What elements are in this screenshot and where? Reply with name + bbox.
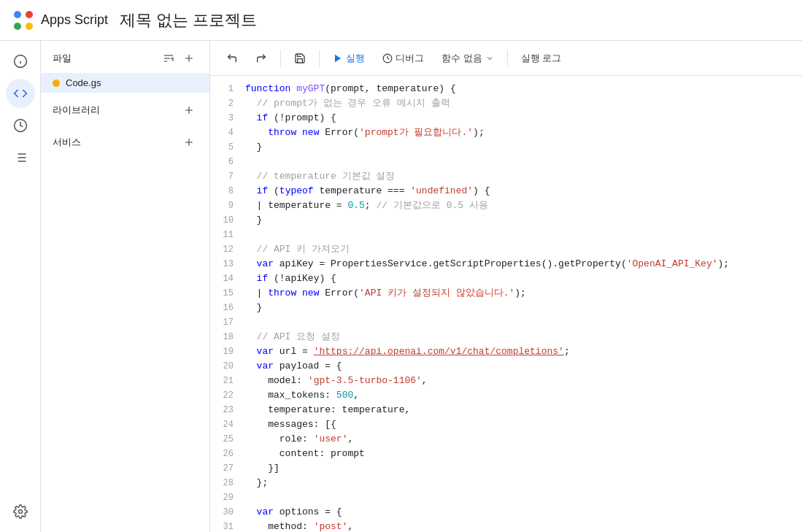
line-number: 21 <box>210 374 245 388</box>
library-section-header: 라이브러리 <box>41 93 209 125</box>
token: } <box>245 302 262 313</box>
sidebar-item-executions[interactable] <box>6 143 35 172</box>
code-line: 18 // API 요청 설정 <box>210 330 802 344</box>
token: // prompt가 없는 경우 오류 메시지 출력 <box>245 98 450 109</box>
function-label: 함수 없음 <box>442 52 482 65</box>
code-line: 7 // temperature 기본값 설정 <box>210 169 802 184</box>
add-file-button[interactable] <box>180 50 198 67</box>
debug-button[interactable]: 디버그 <box>375 47 431 69</box>
line-content: throw new Error('prompt가 필요합니다.'); <box>245 126 802 140</box>
token: | <box>245 288 268 298</box>
icon-bar <box>0 41 41 532</box>
debug-label: 디버그 <box>396 52 424 65</box>
token: temperature === <box>314 185 411 196</box>
token: temperature: temperature, <box>245 404 410 415</box>
line-number: 2 <box>210 96 245 111</box>
token: (!prompt) { <box>268 112 336 123</box>
app-name-label: Apps Script <box>41 12 108 28</box>
svg-point-2 <box>14 23 21 30</box>
token: } <box>245 142 262 153</box>
token: var <box>257 258 274 269</box>
line-content: model: 'gpt-3.5-turbo-1106', <box>245 374 802 388</box>
token: if <box>257 273 269 284</box>
code-line: 23 temperature: temperature, <box>210 403 802 417</box>
token: throw <box>268 127 302 138</box>
line-content: // temperature 기본값 설정 <box>245 169 802 184</box>
code-line: 16 } <box>210 301 802 315</box>
run-button[interactable]: 실행 <box>325 47 372 69</box>
token: ); <box>473 127 485 138</box>
code-line: 17 <box>210 315 802 330</box>
sidebar-item-info[interactable] <box>6 47 35 76</box>
line-number: 20 <box>210 359 245 374</box>
code-line: 24 messages: [{ <box>210 417 802 432</box>
function-selector[interactable]: 함수 없음 <box>434 47 501 69</box>
toolbar-divider-1 <box>280 50 281 67</box>
line-number: 28 <box>210 476 245 490</box>
token: 500 <box>336 390 353 401</box>
save-button[interactable] <box>287 48 313 69</box>
code-line: 3 if (!prompt) { <box>210 111 802 126</box>
code-editor[interactable]: 1function myGPT(prompt, temperature) {2 … <box>210 76 802 532</box>
line-content: }; <box>245 476 802 490</box>
code-line: 30 var options = { <box>210 505 802 520</box>
token: ( <box>325 83 331 94</box>
token <box>245 346 257 357</box>
token: ); <box>718 258 730 269</box>
line-number: 9 <box>210 198 245 213</box>
token: 'gpt-3.5-turbo-1106' <box>308 375 422 386</box>
token: role: <box>245 433 314 444</box>
token <box>245 185 257 196</box>
token: 0.5 <box>347 200 364 211</box>
line-number: 8 <box>210 184 245 198</box>
sidebar-item-editor[interactable] <box>6 79 35 108</box>
line-number: 12 <box>210 242 245 257</box>
token: 'undefined' <box>410 185 473 196</box>
line-content: var payload = { <box>245 359 802 374</box>
main-layout: 파일 Code.gs 라이브러리 <box>0 41 802 532</box>
line-content: // API 요청 설정 <box>245 330 802 344</box>
run-label: 실행 <box>346 52 365 65</box>
project-title[interactable]: 제목 없는 프로젝트 <box>120 9 257 31</box>
token: Error( <box>325 127 359 138</box>
token: ( <box>268 185 279 196</box>
token: var <box>257 506 274 517</box>
sidebar-item-triggers[interactable] <box>6 111 35 140</box>
toolbar-divider-2 <box>319 50 320 67</box>
code-line: 29 <box>210 490 802 505</box>
undo-button[interactable] <box>219 48 245 69</box>
code-line: 21 model: 'gpt-3.5-turbo-1106', <box>210 374 802 388</box>
code-line: 26 content: prompt <box>210 447 802 461</box>
file-name-label: Code.gs <box>66 77 101 88</box>
token: function <box>245 83 296 94</box>
line-content: function myGPT(prompt, temperature) { <box>245 82 802 96</box>
line-content: messages: [{ <box>245 417 802 432</box>
redo-button[interactable] <box>248 48 274 69</box>
sidebar-item-settings[interactable] <box>6 497 35 526</box>
token: 'OpenAI_API_Key' <box>627 258 718 269</box>
token: // API 키 가져오기 <box>245 244 350 255</box>
token: if <box>257 185 269 196</box>
line-content: // API 키 가져오기 <box>245 242 802 257</box>
file-item-code-gs[interactable]: Code.gs <box>41 73 209 93</box>
line-content <box>245 315 802 330</box>
services-section-header: 서비스 <box>41 125 209 157</box>
line-content: | temperature = 0.5; // 기본값으로 0.5 사용 <box>245 198 802 213</box>
add-library-button[interactable] <box>180 101 198 119</box>
file-type-icon <box>53 80 60 87</box>
execution-log-button[interactable]: 실행 로그 <box>514 47 569 69</box>
line-content: } <box>245 140 802 155</box>
svg-point-3 <box>26 23 33 30</box>
token: }; <box>245 477 268 488</box>
add-service-button[interactable] <box>180 134 198 151</box>
line-number: 3 <box>210 111 245 126</box>
line-number: 24 <box>210 417 245 432</box>
sort-files-button[interactable] <box>160 50 177 67</box>
line-content: if (typeof temperature === 'undefined') … <box>245 184 802 198</box>
line-number: 13 <box>210 257 245 271</box>
svg-point-1 <box>26 11 33 18</box>
library-actions <box>180 101 198 119</box>
line-number: 11 <box>210 228 245 242</box>
line-content: if (!prompt) { <box>245 111 802 126</box>
line-number: 19 <box>210 344 245 359</box>
